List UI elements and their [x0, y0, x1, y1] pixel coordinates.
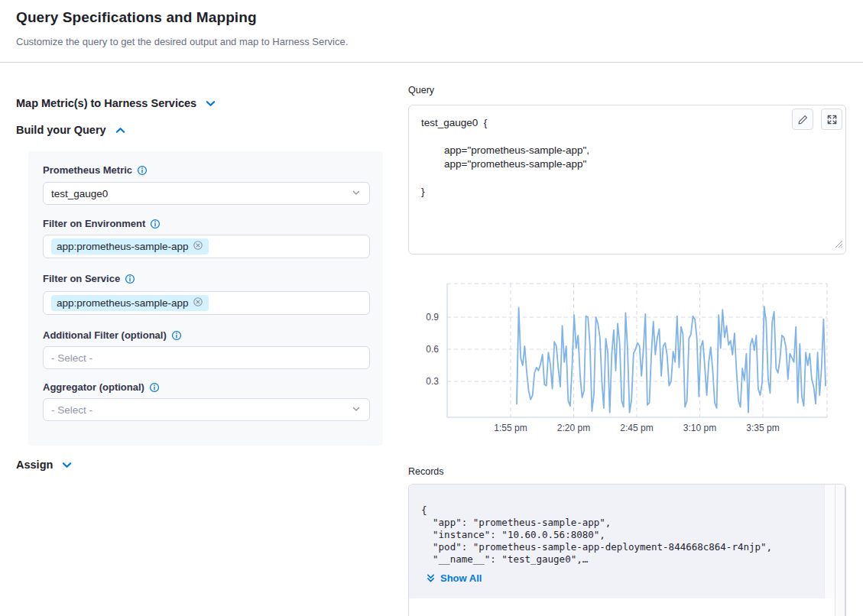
filter-env-chip: app:prometheus-sample-app: [51, 238, 209, 255]
svg-text:2:20 pm: 2:20 pm: [557, 423, 590, 433]
svg-text:3:10 pm: 3:10 pm: [683, 423, 716, 433]
map-metrics-heading: Map Metric(s) to Harness Services: [16, 97, 196, 109]
metric-preview-chart: 0.30.60.91:55 pm2:20 pm2:45 pm3:10 pm3:3…: [408, 281, 831, 438]
show-all-link[interactable]: Show All: [426, 572, 482, 584]
chip-remove-icon[interactable]: [193, 240, 203, 253]
record-json: { "app": "prometheus-sample-app", "insta…: [421, 504, 772, 566]
prometheus-metric-label: Prometheus Metric: [43, 164, 148, 176]
svg-text:2:45 pm: 2:45 pm: [620, 423, 653, 433]
select-chevron-icon: [351, 187, 362, 200]
page-subtitle: Customize the query to get the desired o…: [16, 36, 348, 47]
record-card: { "app": "prometheus-sample-app", "insta…: [409, 485, 824, 598]
build-query-panel: Prometheus Metric test_gauge0 Filter on …: [28, 151, 383, 446]
section-assign: Assign: [16, 459, 73, 471]
svg-text:0.6: 0.6: [426, 344, 439, 355]
page-title: Query Specifications and Mapping: [16, 9, 257, 26]
info-icon[interactable]: [137, 165, 148, 176]
expand-query-button[interactable]: [821, 109, 842, 130]
prometheus-metric-select[interactable]: test_gauge0: [43, 182, 370, 205]
svg-text:0.3: 0.3: [426, 376, 439, 387]
select-chevron-icon: [351, 404, 362, 417]
double-chevron-down-icon: [426, 573, 436, 583]
filter-service-input[interactable]: app:prometheus-sample-app: [43, 291, 370, 315]
assign-heading: Assign: [16, 459, 53, 471]
info-icon[interactable]: [125, 274, 135, 284]
filter-env-input[interactable]: app:prometheus-sample-app: [43, 235, 370, 258]
section-map-metrics: Map Metric(s) to Harness Services: [16, 97, 216, 109]
svg-text:3:35 pm: 3:35 pm: [746, 423, 779, 433]
aggregator-label: Aggregator (optional): [43, 381, 160, 393]
info-icon[interactable]: [149, 382, 160, 393]
chip-remove-icon[interactable]: [193, 297, 203, 310]
aggregator-select[interactable]: - Select -: [43, 398, 370, 421]
records-panel: { "app": "prometheus-sample-app", "insta…: [408, 484, 846, 616]
record-card-scrollbar[interactable]: [824, 485, 834, 598]
chevron-down-icon[interactable]: [205, 98, 216, 109]
expand-icon: [826, 114, 838, 125]
query-label: Query: [408, 85, 434, 96]
edit-query-button[interactable]: [792, 109, 813, 130]
query-specifications-page: Query Specifications and Mapping Customi…: [0, 0, 863, 616]
svg-text:1:55 pm: 1:55 pm: [494, 423, 527, 433]
pencil-icon: [797, 114, 809, 125]
header-divider: [0, 62, 863, 63]
query-text[interactable]: test_gauge0 { app="prometheus-sample-app…: [421, 116, 589, 199]
query-editor[interactable]: test_gauge0 { app="prometheus-sample-app…: [408, 105, 846, 255]
info-icon[interactable]: [150, 219, 161, 229]
info-icon[interactable]: [171, 330, 182, 341]
section-build-query: Build your Query: [16, 124, 126, 136]
svg-text:0.9: 0.9: [426, 312, 439, 323]
build-query-heading: Build your Query: [16, 124, 106, 136]
additional-filter-input[interactable]: - Select -: [43, 346, 370, 369]
chevron-down-icon[interactable]: [61, 459, 73, 471]
resize-handle[interactable]: [834, 238, 844, 252]
chevron-up-icon[interactable]: [115, 125, 126, 136]
records-scrollbar[interactable]: [835, 485, 845, 616]
line-chart: 0.30.60.91:55 pm2:20 pm2:45 pm3:10 pm3:3…: [408, 281, 831, 438]
additional-filter-label: Additional Filter (optional): [43, 329, 182, 341]
filter-service-chip: app:prometheus-sample-app: [51, 295, 209, 311]
filter-env-label: Filter on Environment: [43, 218, 161, 229]
records-label: Records: [408, 466, 444, 477]
filter-service-label: Filter on Service: [43, 273, 135, 284]
